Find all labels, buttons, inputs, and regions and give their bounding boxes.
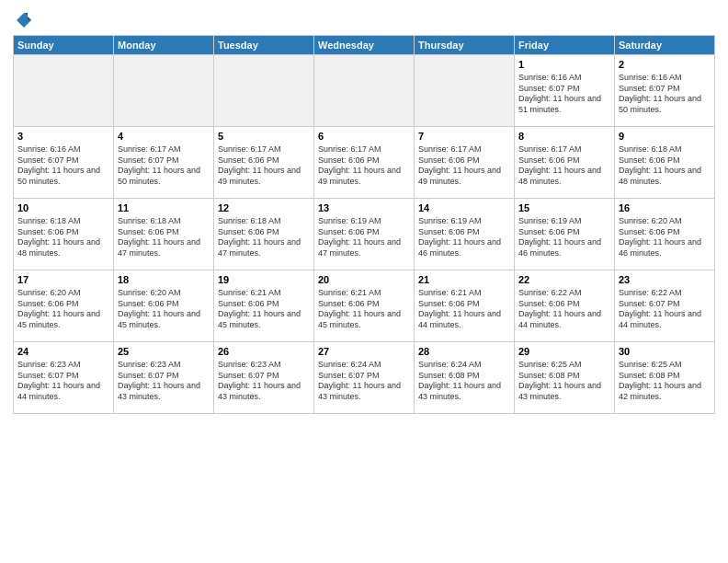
calendar-day-22: 22Sunrise: 6:22 AMSunset: 6:06 PMDayligh… [515, 270, 615, 342]
calendar-day-17: 17Sunrise: 6:20 AMSunset: 6:06 PMDayligh… [14, 270, 114, 342]
day-info: Sunrise: 6:20 AMSunset: 6:06 PMDaylight:… [619, 216, 711, 259]
calendar-week-1: 1Sunrise: 6:16 AMSunset: 6:07 PMDaylight… [14, 55, 715, 127]
header [13, 11, 715, 29]
day-info: Sunrise: 6:24 AMSunset: 6:07 PMDaylight:… [318, 360, 410, 403]
day-info: Sunrise: 6:19 AMSunset: 6:06 PMDaylight:… [418, 216, 510, 259]
calendar-day-24: 24Sunrise: 6:23 AMSunset: 6:07 PMDayligh… [14, 342, 114, 414]
day-info: Sunrise: 6:23 AMSunset: 6:07 PMDaylight:… [218, 360, 310, 403]
calendar-day-28: 28Sunrise: 6:24 AMSunset: 6:08 PMDayligh… [415, 342, 515, 414]
calendar-day-25: 25Sunrise: 6:23 AMSunset: 6:07 PMDayligh… [114, 342, 214, 414]
day-info: Sunrise: 6:21 AMSunset: 6:06 PMDaylight:… [418, 288, 510, 331]
calendar-day-1: 1Sunrise: 6:16 AMSunset: 6:07 PMDaylight… [515, 55, 615, 127]
day-info: Sunrise: 6:20 AMSunset: 6:06 PMDaylight:… [17, 288, 109, 331]
day-number: 8 [518, 130, 610, 144]
day-info: Sunrise: 6:23 AMSunset: 6:07 PMDaylight:… [118, 360, 210, 403]
calendar-day-12: 12Sunrise: 6:18 AMSunset: 6:06 PMDayligh… [214, 199, 314, 270]
day-info: Sunrise: 6:21 AMSunset: 6:06 PMDaylight:… [318, 288, 410, 331]
calendar-day-16: 16Sunrise: 6:20 AMSunset: 6:06 PMDayligh… [615, 199, 715, 270]
day-info: Sunrise: 6:18 AMSunset: 6:06 PMDaylight:… [619, 144, 711, 188]
calendar-day-8: 8Sunrise: 6:17 AMSunset: 6:06 PMDaylight… [515, 127, 615, 199]
day-number: 5 [218, 130, 310, 144]
calendar-day-21: 21Sunrise: 6:21 AMSunset: 6:06 PMDayligh… [415, 270, 515, 342]
calendar-day-2: 2Sunrise: 6:16 AMSunset: 6:07 PMDaylight… [615, 55, 715, 127]
day-info: Sunrise: 6:25 AMSunset: 6:08 PMDaylight:… [518, 360, 610, 403]
day-info: Sunrise: 6:22 AMSunset: 6:06 PMDaylight:… [518, 288, 610, 331]
day-number: 14 [418, 201, 510, 215]
day-info: Sunrise: 6:20 AMSunset: 6:06 PMDaylight:… [118, 288, 210, 331]
day-info: Sunrise: 6:22 AMSunset: 6:07 PMDaylight:… [619, 288, 711, 331]
weekday-header-tuesday: Tuesday [214, 36, 314, 55]
calendar-day-18: 18Sunrise: 6:20 AMSunset: 6:06 PMDayligh… [114, 270, 214, 342]
day-info: Sunrise: 6:18 AMSunset: 6:06 PMDaylight:… [17, 216, 109, 259]
day-info: Sunrise: 6:18 AMSunset: 6:06 PMDaylight:… [218, 216, 310, 259]
calendar-day-empty [14, 55, 114, 127]
day-number: 16 [619, 201, 711, 215]
calendar-week-5: 24Sunrise: 6:23 AMSunset: 6:07 PMDayligh… [14, 342, 715, 414]
calendar-day-5: 5Sunrise: 6:17 AMSunset: 6:06 PMDaylight… [214, 127, 314, 199]
calendar-day-20: 20Sunrise: 6:21 AMSunset: 6:06 PMDayligh… [314, 270, 415, 342]
day-number: 11 [118, 201, 210, 215]
calendar-day-4: 4Sunrise: 6:17 AMSunset: 6:07 PMDaylight… [114, 127, 214, 199]
weekday-header-row: SundayMondayTuesdayWednesdayThursdayFrid… [14, 36, 715, 55]
calendar-table: SundayMondayTuesdayWednesdayThursdayFrid… [13, 35, 715, 414]
calendar-day-15: 15Sunrise: 6:19 AMSunset: 6:06 PMDayligh… [515, 199, 615, 270]
day-number: 24 [17, 345, 109, 359]
day-info: Sunrise: 6:19 AMSunset: 6:06 PMDaylight:… [318, 216, 410, 259]
day-info: Sunrise: 6:16 AMSunset: 6:07 PMDaylight:… [619, 73, 711, 116]
calendar-week-4: 17Sunrise: 6:20 AMSunset: 6:06 PMDayligh… [14, 270, 715, 342]
calendar-body: 1Sunrise: 6:16 AMSunset: 6:07 PMDaylight… [14, 55, 715, 414]
calendar-day-empty [214, 55, 314, 127]
day-number: 21 [418, 273, 510, 287]
calendar-day-3: 3Sunrise: 6:16 AMSunset: 6:07 PMDaylight… [14, 127, 114, 199]
calendar-day-13: 13Sunrise: 6:19 AMSunset: 6:06 PMDayligh… [314, 199, 415, 270]
calendar-week-3: 10Sunrise: 6:18 AMSunset: 6:06 PMDayligh… [14, 199, 715, 270]
day-number: 17 [17, 273, 109, 287]
calendar-day-10: 10Sunrise: 6:18 AMSunset: 6:06 PMDayligh… [14, 199, 114, 270]
calendar-week-2: 3Sunrise: 6:16 AMSunset: 6:07 PMDaylight… [14, 127, 715, 199]
day-number: 2 [619, 58, 711, 72]
calendar-day-empty [314, 55, 415, 127]
logo [13, 11, 33, 29]
calendar-day-empty [114, 55, 214, 127]
day-number: 28 [418, 345, 510, 359]
day-number: 1 [518, 58, 610, 72]
day-info: Sunrise: 6:18 AMSunset: 6:06 PMDaylight:… [118, 216, 210, 259]
day-number: 4 [118, 130, 210, 144]
weekday-header-wednesday: Wednesday [314, 36, 415, 55]
page: SundayMondayTuesdayWednesdayThursdayFrid… [0, 0, 728, 563]
day-info: Sunrise: 6:16 AMSunset: 6:07 PMDaylight:… [17, 144, 109, 188]
day-number: 27 [318, 345, 410, 359]
day-number: 9 [619, 130, 711, 144]
day-number: 10 [17, 201, 109, 215]
day-info: Sunrise: 6:19 AMSunset: 6:06 PMDaylight:… [518, 216, 610, 259]
day-info: Sunrise: 6:21 AMSunset: 6:06 PMDaylight:… [218, 288, 310, 331]
calendar-day-19: 19Sunrise: 6:21 AMSunset: 6:06 PMDayligh… [214, 270, 314, 342]
day-info: Sunrise: 6:25 AMSunset: 6:08 PMDaylight:… [619, 360, 711, 403]
day-number: 3 [17, 130, 109, 144]
calendar-day-30: 30Sunrise: 6:25 AMSunset: 6:08 PMDayligh… [615, 342, 715, 414]
calendar-day-23: 23Sunrise: 6:22 AMSunset: 6:07 PMDayligh… [615, 270, 715, 342]
day-number: 19 [218, 273, 310, 287]
calendar-day-empty [415, 55, 515, 127]
day-number: 7 [418, 130, 510, 144]
weekday-header-monday: Monday [114, 36, 214, 55]
day-number: 25 [118, 345, 210, 359]
day-info: Sunrise: 6:16 AMSunset: 6:07 PMDaylight:… [518, 73, 610, 116]
day-number: 6 [318, 130, 410, 144]
day-number: 15 [518, 201, 610, 215]
weekday-header-sunday: Sunday [14, 36, 114, 55]
weekday-header-friday: Friday [515, 36, 615, 55]
day-number: 23 [619, 273, 711, 287]
calendar-day-26: 26Sunrise: 6:23 AMSunset: 6:07 PMDayligh… [214, 342, 314, 414]
weekday-header-thursday: Thursday [415, 36, 515, 55]
calendar-day-6: 6Sunrise: 6:17 AMSunset: 6:06 PMDaylight… [314, 127, 415, 199]
day-info: Sunrise: 6:23 AMSunset: 6:07 PMDaylight:… [17, 360, 109, 403]
day-number: 12 [218, 201, 310, 215]
day-number: 26 [218, 345, 310, 359]
calendar-day-27: 27Sunrise: 6:24 AMSunset: 6:07 PMDayligh… [314, 342, 415, 414]
day-number: 13 [318, 201, 410, 215]
calendar-day-14: 14Sunrise: 6:19 AMSunset: 6:06 PMDayligh… [415, 199, 515, 270]
calendar-header: SundayMondayTuesdayWednesdayThursdayFrid… [14, 36, 715, 55]
calendar-day-29: 29Sunrise: 6:25 AMSunset: 6:08 PMDayligh… [515, 342, 615, 414]
day-info: Sunrise: 6:17 AMSunset: 6:06 PMDaylight:… [418, 144, 510, 188]
